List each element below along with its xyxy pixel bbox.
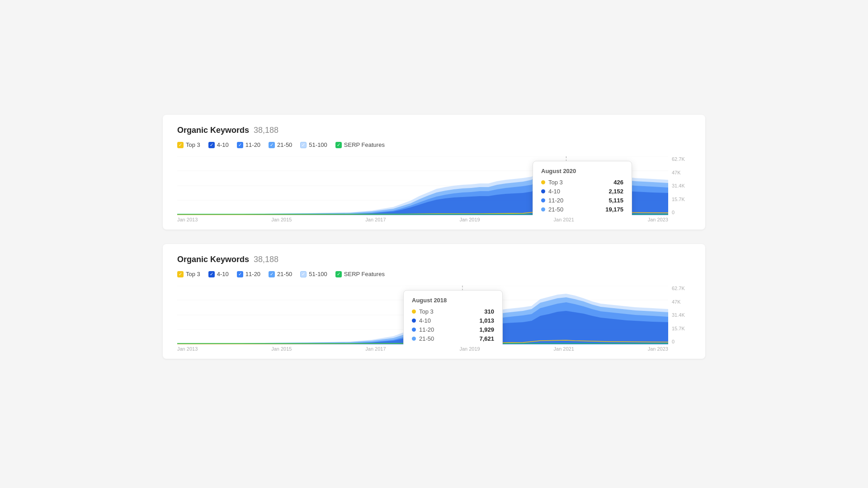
tooltip-value-1120-1: 5,115 — [609, 197, 623, 204]
legend-checkbox-1120-2: ✓ — [237, 271, 243, 277]
legend-checkbox-2150-2: ✓ — [269, 271, 275, 277]
chart-count-1: 38,188 — [254, 126, 278, 135]
legend-item-top3-2[interactable]: ✓ Top 3 — [177, 271, 200, 277]
tooltip-row-2150-1: 21-50 19,175 — [541, 206, 623, 213]
legend-checkbox-1120-1: ✓ — [237, 142, 243, 148]
tooltip-dot-410-1 — [541, 189, 545, 193]
x-label-2021-1: Jan 2021 — [554, 217, 574, 222]
x-label-2013-1: Jan 2013 — [177, 217, 198, 222]
tooltip-dot-top3-1 — [541, 180, 545, 184]
chart-area-1: August 2020 Top 3 426 4-10 2,152 — [177, 156, 668, 215]
x-label-2015-2: Jan 2015 — [271, 346, 292, 352]
y-label-47-2: 47K — [672, 299, 691, 305]
legend-checkbox-410-1: ✓ — [208, 142, 215, 148]
legend-label-2150-2: 21-50 — [277, 271, 292, 277]
y-label-157-2: 15.7K — [672, 326, 691, 331]
tooltip-label-2150-2: 21-50 — [419, 335, 434, 342]
y-label-0-2: 0 — [672, 339, 691, 344]
tooltip-label-410-1: 4-10 — [548, 188, 560, 195]
legend-label-51100-1: 51-100 — [309, 141, 327, 148]
legend-label-2150-1: 21-50 — [277, 141, 292, 148]
legend-label-1120-2: 11-20 — [245, 271, 260, 277]
y-axis-2: 62.7K 47K 31.4K 15.7K 0 — [668, 286, 691, 344]
y-label-627-1: 62.7K — [672, 156, 691, 162]
legend-checkbox-serp-1: ✓ — [335, 142, 342, 148]
chart-area-2: August 2018 Top 3 310 4-10 1,013 — [177, 286, 668, 344]
legend-label-serp-1: SERP Features — [344, 141, 385, 148]
y-label-157-1: 15.7K — [672, 197, 691, 202]
legend-checkbox-410-2: ✓ — [208, 271, 215, 277]
tooltip-row-2150-2: 21-50 7,621 — [412, 335, 494, 342]
tooltip-2: August 2018 Top 3 310 4-10 1,013 — [403, 290, 503, 344]
y-label-627-2: 62.7K — [672, 286, 691, 291]
x-label-2017-1: Jan 2017 — [365, 217, 386, 222]
legend-item-51100-1[interactable]: ✓ 51-100 — [300, 141, 327, 148]
tooltip-dot-1120-1 — [541, 198, 545, 202]
chart-header-1: Organic Keywords 38,188 — [177, 126, 691, 135]
legend-checkbox-serp-2: ✓ — [335, 271, 342, 277]
tooltip-label-top3-1: Top 3 — [548, 179, 563, 186]
legend-checkbox-top3-1: ✓ — [177, 142, 184, 148]
tooltip-dot-410-2 — [412, 319, 416, 323]
legend-item-1120-2[interactable]: ✓ 11-20 — [237, 271, 260, 277]
legend-item-2150-1[interactable]: ✓ 21-50 — [269, 141, 292, 148]
tooltip-label-410-2: 4-10 — [419, 317, 431, 324]
legend-label-serp-2: SERP Features — [344, 271, 385, 277]
y-label-314-2: 31.4K — [672, 312, 691, 318]
legend-item-serp-1[interactable]: ✓ SERP Features — [335, 141, 385, 148]
tooltip-value-1120-2: 1,929 — [479, 326, 494, 333]
tooltip-value-2150-1: 19,175 — [605, 206, 623, 213]
legend-item-410-2[interactable]: ✓ 4-10 — [208, 271, 229, 277]
y-axis-1: 62.7K 47K 31.4K 15.7K 0 — [668, 156, 691, 215]
tooltip-dot-2150-1 — [541, 207, 545, 211]
tooltip-dot-2150-2 — [412, 337, 416, 341]
chart-container-2: Organic Keywords 38,188 ✓ Top 3 ✓ 4-10 ✓… — [163, 244, 705, 359]
tooltip-title-1: August 2020 — [541, 168, 623, 174]
legend-label-51100-2: 51-100 — [309, 271, 327, 277]
tooltip-row-top3-2: Top 3 310 — [412, 308, 494, 315]
legend-label-1120-1: 11-20 — [245, 141, 260, 148]
x-label-2019-1: Jan 2019 — [459, 217, 480, 222]
x-label-2015-1: Jan 2015 — [271, 217, 292, 222]
legend-label-top3-2: Top 3 — [186, 271, 200, 277]
y-label-0-1: 0 — [672, 210, 691, 215]
legend-label-410-1: 4-10 — [217, 141, 229, 148]
x-label-2013-2: Jan 2013 — [177, 346, 198, 352]
tooltip-value-top3-1: 426 — [613, 179, 623, 186]
x-label-2021-2: Jan 2021 — [554, 346, 574, 352]
legend-item-2150-2[interactable]: ✓ 21-50 — [269, 271, 292, 277]
x-label-2023-2: Jan 2023 — [648, 346, 668, 352]
chart-count-2: 38,188 — [254, 255, 278, 264]
tooltip-label-top3-2: Top 3 — [419, 308, 434, 315]
x-label-2019-2: Jan 2019 — [459, 346, 480, 352]
legend-item-top3-1[interactable]: ✓ Top 3 — [177, 141, 200, 148]
tooltip-1: August 2020 Top 3 426 4-10 2,152 — [533, 161, 632, 215]
legend-item-1120-1[interactable]: ✓ 11-20 — [237, 141, 260, 148]
legend-label-top3-1: Top 3 — [186, 141, 200, 148]
legend-item-51100-2[interactable]: ✓ 51-100 — [300, 271, 327, 277]
tooltip-row-top3-1: Top 3 426 — [541, 179, 623, 186]
tooltip-row-1120-2: 11-20 1,929 — [412, 326, 494, 333]
legend-item-410-1[interactable]: ✓ 4-10 — [208, 141, 229, 148]
legend-checkbox-51100-2: ✓ — [300, 271, 307, 277]
legend-checkbox-51100-1: ✓ — [300, 142, 307, 148]
chart-title-2: Organic Keywords — [177, 255, 249, 264]
chart-header-2: Organic Keywords 38,188 — [177, 255, 691, 264]
tooltip-row-1120-1: 11-20 5,115 — [541, 197, 623, 204]
tooltip-label-1120-1: 11-20 — [548, 197, 563, 204]
legend-label-410-2: 4-10 — [217, 271, 229, 277]
x-axis-1: Jan 2013 Jan 2015 Jan 2017 Jan 2019 Jan … — [177, 217, 668, 222]
tooltip-row-410-2: 4-10 1,013 — [412, 317, 494, 324]
chart-title-1: Organic Keywords — [177, 126, 249, 135]
chart-container-1: Organic Keywords 38,188 ✓ Top 3 ✓ 4-10 ✓… — [163, 115, 705, 230]
legend-item-serp-2[interactable]: ✓ SERP Features — [335, 271, 385, 277]
legend-2: ✓ Top 3 ✓ 4-10 ✓ 11-20 ✓ 21-50 ✓ 51-100 … — [177, 271, 691, 277]
tooltip-value-410-2: 1,013 — [479, 317, 494, 324]
tooltip-value-2150-2: 7,621 — [479, 335, 494, 342]
tooltip-dot-top3-2 — [412, 310, 416, 314]
y-label-314-1: 31.4K — [672, 183, 691, 188]
tooltip-value-410-1: 2,152 — [609, 188, 623, 195]
legend-1: ✓ Top 3 ✓ 4-10 ✓ 11-20 ✓ 21-50 ✓ 51-100 … — [177, 141, 691, 148]
legend-checkbox-top3-2: ✓ — [177, 271, 184, 277]
y-label-47-1: 47K — [672, 170, 691, 175]
